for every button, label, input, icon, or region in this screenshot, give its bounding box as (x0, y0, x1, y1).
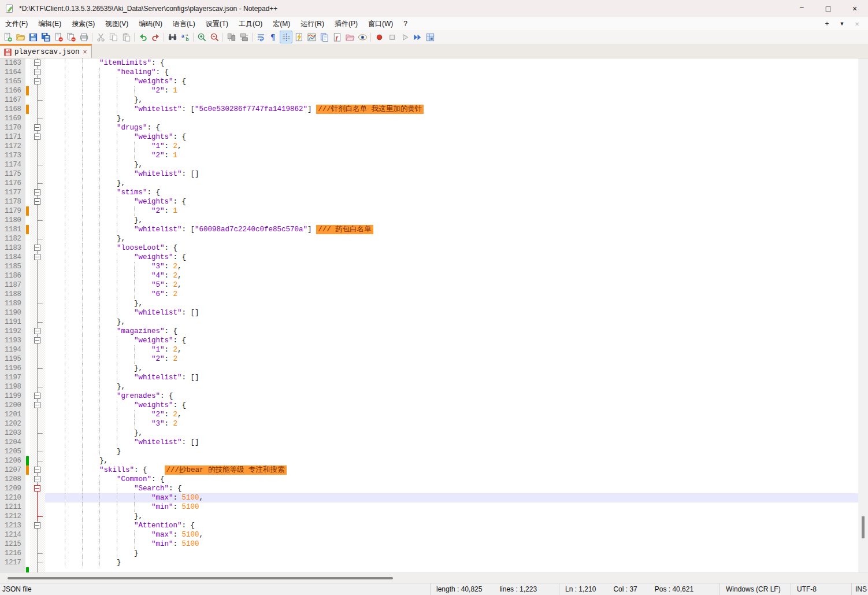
line-number[interactable]: 1186 (0, 271, 25, 280)
line-number[interactable]: 1208 (0, 475, 25, 484)
tab-list-button[interactable]: ▼ (834, 21, 850, 27)
code-line-1193[interactable]: 1193 "weights": { (0, 336, 858, 345)
horizontal-scrollbar-thumb[interactable] (8, 577, 393, 579)
code-line-1195[interactable]: 1195 "2": 2 (0, 354, 858, 364)
code-line-1182[interactable]: 1182 }, (0, 234, 858, 243)
zoom-in-button[interactable] (195, 31, 208, 43)
fold-collapse-box[interactable] (34, 485, 40, 491)
code-line-1186[interactable]: 1186 "4": 2, (0, 271, 858, 280)
code-text[interactable]: "max": 5100, (45, 493, 858, 502)
code-text[interactable]: "whitelist": ["5c0e530286f7747fa1419862"… (45, 105, 858, 114)
code-line-1211[interactable]: 1211 "min": 5100 (0, 502, 858, 512)
fold-collapse-box[interactable] (34, 134, 40, 140)
code-text[interactable]: }, (45, 179, 858, 188)
tab-close-icon[interactable]: × (83, 49, 87, 56)
code-line-1188[interactable]: 1188 "6": 2 (0, 290, 858, 299)
line-number[interactable]: 1198 (0, 382, 25, 391)
code-text[interactable]: "skills": { ///抄bear 的技能等级 专注和搜索 (45, 465, 858, 475)
code-text[interactable]: "whitelist": [] (45, 308, 858, 317)
line-number[interactable]: 1170 (0, 123, 25, 132)
new-tab-button[interactable]: + (819, 20, 834, 28)
code-line-1212[interactable]: 1212 }, (0, 512, 858, 521)
fold-collapse-box[interactable] (34, 78, 40, 84)
line-number[interactable]: 1182 (0, 234, 25, 243)
menu-item-search[interactable]: 搜索(S) (66, 18, 100, 29)
line-number[interactable]: 1203 (0, 428, 25, 438)
code-line-1171[interactable]: 1171 "weights": { (0, 132, 858, 142)
code-text[interactable]: "3": 2, (45, 262, 858, 271)
code-text[interactable]: "drugs": { (45, 123, 858, 132)
code-line-1187[interactable]: 1187 "5": 2, (0, 280, 858, 290)
line-number[interactable]: 1168 (0, 105, 25, 114)
code-text[interactable]: } (45, 549, 858, 558)
macro-stop-button[interactable] (385, 31, 398, 43)
code-line-1180[interactable]: 1180 }, (0, 216, 858, 225)
code-text[interactable]: }, (45, 160, 858, 169)
line-number[interactable]: 1181 (0, 225, 25, 234)
code-text[interactable]: "2": 1 (45, 86, 858, 95)
code-text[interactable]: "weights": { (45, 77, 858, 86)
code-line-1207[interactable]: 1207 "skills": { ///抄bear 的技能等级 专注和搜索 (0, 465, 858, 475)
code-text[interactable]: "max": 5100, (45, 530, 858, 539)
fold-collapse-box[interactable] (34, 467, 40, 473)
code-line-1165[interactable]: 1165 "weights": { (0, 77, 858, 86)
code-line-1178[interactable]: 1178 "weights": { (0, 197, 858, 206)
line-number[interactable]: 1202 (0, 419, 25, 428)
line-number[interactable]: 1184 (0, 253, 25, 262)
code-text[interactable]: "min": 5100 (45, 502, 858, 512)
vertical-scrollbar[interactable] (858, 58, 868, 572)
code-line-1200[interactable]: 1200 "weights": { (0, 401, 858, 410)
line-number[interactable]: 1163 (0, 58, 25, 68)
code-line-1167[interactable]: 1167 }, (0, 95, 858, 105)
code-text[interactable]: "stims": { (45, 188, 858, 197)
code-text[interactable]: "4": 2, (45, 271, 858, 280)
line-number[interactable]: 1171 (0, 132, 25, 142)
menu-item-file[interactable]: 文件(F) (0, 18, 33, 29)
code-text[interactable]: "whitelist": [] (45, 169, 858, 179)
new-file-button[interactable] (1, 31, 14, 43)
code-line-1204[interactable]: 1204 "whitelist": [] (0, 438, 858, 447)
line-number[interactable]: 1188 (0, 290, 25, 299)
code-line-1174[interactable]: 1174 }, (0, 160, 858, 169)
code-line-1196[interactable]: 1196 }, (0, 364, 858, 373)
menu-item-tools[interactable]: 工具(O) (233, 18, 268, 29)
code-text[interactable]: "2": 1 (45, 206, 858, 216)
fold-collapse-box[interactable] (34, 402, 40, 408)
code-line-1214[interactable]: 1214 "max": 5100, (0, 530, 858, 539)
code-text[interactable]: }, (45, 382, 858, 391)
line-number[interactable]: 1178 (0, 197, 25, 206)
line-number[interactable]: 1214 (0, 530, 25, 539)
code-line-1176[interactable]: 1176 }, (0, 179, 858, 188)
fold-collapse-box[interactable] (34, 124, 40, 131)
code-line-1210[interactable]: 1210 "max": 5100, (0, 493, 858, 502)
line-number[interactable]: 1197 (0, 373, 25, 382)
line-number[interactable]: 1173 (0, 151, 25, 160)
fold-collapse-box[interactable] (34, 245, 40, 251)
code-text[interactable]: "looseLoot": { (45, 243, 858, 253)
close-tab-button[interactable]: × (850, 20, 865, 28)
code-text[interactable]: }, (45, 512, 858, 521)
line-number[interactable]: 1204 (0, 438, 25, 447)
code-text[interactable]: "Attention": { (45, 521, 858, 530)
print-button[interactable] (77, 31, 90, 43)
code-text[interactable]: "weights": { (45, 132, 858, 142)
vertical-scrollbar-thumb[interactable] (862, 516, 865, 538)
line-number[interactable]: 1216 (0, 549, 25, 558)
fold-collapse-box[interactable] (34, 476, 40, 482)
code-text[interactable]: }, (45, 364, 858, 373)
find-button[interactable] (166, 31, 179, 43)
code-line-1177[interactable]: 1177 "stims": { (0, 188, 858, 197)
menu-item-run[interactable]: 运行(R) (295, 18, 329, 29)
code-line-1213[interactable]: 1213 "Attention": { (0, 521, 858, 530)
code-text[interactable]: "whitelist": [] (45, 373, 858, 382)
code-line-1199[interactable]: 1199 "grenades": { (0, 391, 858, 401)
line-number[interactable]: 1210 (0, 493, 25, 502)
code-text[interactable] (45, 567, 858, 572)
code-line-1194[interactable]: 1194 "1": 2, (0, 345, 858, 354)
code-text[interactable]: "min": 5100 (45, 539, 858, 549)
menu-item-edit[interactable]: 编辑(E) (33, 18, 66, 29)
code-text[interactable]: "healing": { (45, 68, 858, 77)
indent-guide-button[interactable] (280, 31, 292, 43)
replace-button[interactable]: ab (179, 31, 191, 43)
code-text[interactable]: "grenades": { (45, 391, 858, 401)
